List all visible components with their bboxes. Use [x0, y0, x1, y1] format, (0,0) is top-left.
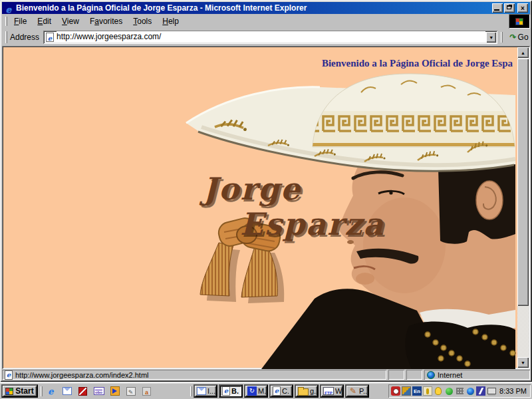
media-app-icon [78, 387, 87, 396]
network-grid-tray-icon[interactable] [455, 386, 464, 396]
quick-launch [44, 384, 154, 398]
task-button-6[interactable]: W. [320, 384, 344, 398]
task-button-label: C. [282, 387, 289, 395]
go-arrow-icon: ↷ [510, 33, 517, 42]
address-dropdown-button[interactable]: ▼ [486, 32, 496, 43]
status-pane-2 [388, 370, 404, 380]
go-grip [501, 32, 503, 43]
minimize-button[interactable] [492, 3, 503, 13]
start-label: Start [15, 386, 33, 396]
quicklaunch-obo-app[interactable] [92, 384, 106, 398]
internet-explorer-icon [47, 386, 56, 396]
printer-status-tray-icon[interactable] [487, 386, 496, 396]
show-desktop-icon [126, 387, 136, 396]
globe-icon [427, 371, 435, 379]
address-label: Address [10, 33, 39, 42]
taskbar-grip[interactable] [190, 386, 192, 396]
scrollbar-thumb[interactable] [517, 59, 529, 306]
outlook-express-icon [63, 387, 72, 395]
windows-logo-icon [515, 18, 523, 25]
scroll-up-icon[interactable]: ▲ [517, 47, 529, 58]
task-button-label: I... [207, 387, 215, 395]
windows-flag-icon [5, 388, 13, 395]
menu-tools[interactable]: Tools [128, 15, 157, 28]
restore-button[interactable] [504, 3, 515, 13]
tips-tray-icon[interactable] [434, 386, 443, 396]
page-icon [46, 33, 54, 42]
address-field[interactable]: ▼ [43, 31, 497, 44]
status-url-pane: http://www.jorgeesparza.com/index2.html [2, 370, 386, 380]
task-button-2[interactable]: B. [219, 384, 243, 398]
power-tray-icon[interactable] [476, 386, 485, 396]
menu-edit[interactable]: Edit [32, 15, 57, 28]
internet-globe-tray-icon[interactable] [466, 386, 475, 396]
menu-help[interactable]: Help [157, 15, 184, 28]
browser-window: Bienvenido a la Página Oficial de Jorge … [0, 0, 532, 382]
menubar-grip[interactable] [5, 17, 7, 26]
minimize-icon [494, 9, 499, 11]
folder-icon [298, 388, 309, 396]
task-button-label: M. [258, 387, 266, 395]
go-button[interactable]: ↷ Go [508, 31, 530, 44]
task-button-5[interactable]: g.. [295, 384, 319, 398]
title-bar[interactable]: Bienvenido a la Página Oficial de Jorge … [2, 2, 530, 14]
sombrero [186, 74, 519, 171]
taskbar-clock[interactable]: 8:33 PM [499, 387, 527, 395]
status-url: http://www.jorgeesparza.com/index2.html [15, 371, 149, 379]
go-label: Go [518, 33, 529, 42]
addressbar-grip[interactable] [5, 31, 7, 43]
task-button-4[interactable]: C. [269, 384, 293, 398]
task-button-label: W. [335, 387, 344, 395]
iepage-icon [222, 386, 230, 396]
page-heading: Bienvenido a la Página Oficial de Jorge … [322, 58, 513, 69]
menu-favorites[interactable]: Favorites [84, 15, 128, 28]
page-content: Jorge Jorge Esparza Esparza Bienvenido a… [2, 46, 530, 369]
svg-text:Esparza: Esparza [240, 206, 384, 242]
bluewrap-icon [247, 386, 257, 396]
iepage-icon [273, 386, 281, 396]
oe-icon [197, 387, 206, 395]
task-button-1[interactable]: I... [194, 384, 217, 398]
address-bar: Address ▼ ↷ Go [2, 29, 530, 46]
start-button[interactable]: Start [1, 384, 38, 398]
ftp-icon [323, 387, 334, 395]
page-icon [5, 370, 13, 380]
vertical-scrollbar[interactable]: ▲ ▼ [517, 47, 529, 368]
task-button-label: B. [231, 387, 239, 395]
task-button-label: g.. [310, 387, 318, 395]
quicklaunch-media-player[interactable] [108, 384, 122, 398]
task-button-label: P.. [359, 387, 367, 395]
system-tray: En8:33 PM [388, 384, 531, 398]
restore-icon [507, 5, 511, 9]
taskbar-grip[interactable] [41, 386, 43, 396]
quicklaunch-media-app[interactable] [76, 384, 90, 398]
quicklaunch-internet-explorer[interactable] [44, 384, 58, 398]
status-bar: http://www.jorgeesparza.com/index2.html … [2, 369, 530, 380]
jorge-esparza-photo: Jorge Jorge Esparza Esparza [2, 46, 519, 369]
menu-file[interactable]: File [9, 15, 32, 28]
task-buttons: I...B.M.C.g..W.P.. [194, 384, 369, 398]
media-player-icon [110, 386, 120, 396]
channels-icon [142, 387, 151, 396]
status-pane-3 [406, 370, 422, 380]
quicklaunch-channels[interactable] [140, 384, 154, 398]
quicklaunch-outlook-express[interactable] [60, 384, 74, 398]
task-button-7[interactable]: P.. [345, 384, 369, 398]
obo-app-icon [94, 387, 104, 395]
menu-bar: FileEditViewFavoritesToolsHelp [2, 14, 530, 29]
antivirus-tray-icon[interactable] [444, 386, 454, 396]
desktop: Bienvenido a la Página Oficial de Jorge … [0, 0, 532, 399]
close-button[interactable]: × [517, 3, 528, 13]
menu-view[interactable]: View [57, 15, 84, 28]
quicklaunch-show-desktop[interactable] [124, 384, 138, 398]
keyboard-language-tray-icon[interactable]: En [412, 386, 422, 396]
address-input[interactable] [57, 31, 485, 42]
svg-text:Jorge: Jorge [199, 171, 302, 207]
security-key-tray-icon[interactable] [423, 386, 432, 396]
scroll-down-icon[interactable]: ▼ [517, 357, 529, 368]
utility-tray-icon[interactable] [402, 386, 411, 396]
taskbar: Start I...B.M.C.g..W.P.. En8:33 PM [0, 382, 532, 399]
scheduler-tray-icon[interactable] [391, 386, 400, 396]
task-button-3[interactable]: M. [244, 384, 268, 398]
internet-explorer-icon [4, 3, 13, 13]
